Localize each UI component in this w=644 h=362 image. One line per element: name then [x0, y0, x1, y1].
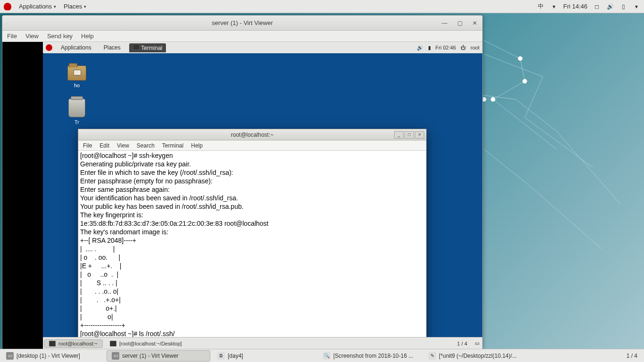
ime-indicator[interactable]: 中 [537, 3, 545, 10]
virt-title: server (1) - Virt Viewer [212, 19, 273, 26]
terminal-close-button[interactable]: × [415, 131, 424, 139]
svg-point-0 [518, 56, 523, 61]
host-task-server-vm[interactable]: ▭ server (1) - Virt Viewer [107, 350, 210, 362]
host-task-desktop-vm[interactable]: ▭ [desktop (1) - Virt Viewer] [1, 350, 105, 362]
terminal-output: [root@localhost ~]# ssh-keygen Generatin… [80, 152, 269, 349]
terminal-maximize-button[interactable]: □ [405, 131, 414, 139]
guest-trash-icon[interactable]: Tr [64, 99, 90, 125]
guest-topbar: Applications Places Terminal 🔊 ▮ Fri 02:… [43, 42, 482, 53]
guest-task-terminal-1[interactable]: root@localhost:~ [44, 339, 103, 348]
redhat-icon [4, 3, 11, 10]
terminal-title: root@localhost:~ [231, 132, 274, 138]
host-task-gedit[interactable]: ✎ [*unit9 (~/Desktop/zzl(10.14)/... [423, 350, 527, 362]
guest-home-folder-icon[interactable]: ho [64, 66, 90, 88]
virt-menu-view[interactable]: View [25, 33, 39, 40]
host-taskbar: ▭ [desktop (1) - Virt Viewer] ▭ server (… [0, 349, 644, 362]
host-menu-places[interactable]: Places [64, 3, 86, 10]
guest-redhat-icon [46, 44, 52, 51]
volume-icon[interactable]: 🔊 [606, 3, 614, 10]
terminal-menu-edit[interactable]: Edit [99, 142, 109, 149]
guest-home-label: ho [64, 82, 90, 88]
guest-battery-icon[interactable]: ▮ [428, 45, 431, 51]
virt-maximize-button[interactable]: ▢ [456, 19, 463, 27]
terminal-menubar: File Edit View Search Terminal Help [78, 140, 426, 151]
battery-icon[interactable]: ▯ [619, 3, 627, 10]
host-task-label-0: [desktop (1) - Virt Viewer] [17, 353, 80, 359]
svg-point-1 [522, 79, 527, 84]
virt-viewer-window: server (1) - Virt Viewer — ▢ ✕ File View… [2, 15, 483, 350]
host-task-label-3: [Screenshot from 2018-10-16 ... [333, 353, 413, 359]
virt-menu-help[interactable]: Help [81, 33, 94, 40]
screen-icon[interactable]: ◻ [593, 3, 601, 10]
ime-chevron-icon[interactable]: ▾ [550, 3, 558, 10]
guest-menu-places[interactable]: Places [100, 43, 124, 52]
host-task-label-4: [*unit9 (~/Desktop/zzl(10.14)/... [439, 353, 517, 359]
host-topbar: Applications Places 中 ▾ Fri 14:46 ◻ 🔊 ▯ … [0, 0, 644, 13]
terminal-body[interactable]: [root@localhost ~]# ssh-keygen Generatin… [78, 151, 426, 349]
host-task-screenshot[interactable]: 🔍 [Screenshot from 2018-10-16 ... [318, 350, 421, 362]
virt-menu-sendkey[interactable]: Send key [47, 33, 73, 40]
guest-power-icon[interactable]: ⏻ [461, 45, 466, 50]
terminal-window: root@localhost:~ _ □ × File Edit View Se… [78, 129, 427, 349]
virt-close-button[interactable]: ✕ [471, 19, 479, 27]
host-clock[interactable]: Fri 14:46 [563, 3, 587, 10]
host-menu-applications[interactable]: Applications [19, 3, 56, 10]
terminal-icon [110, 341, 116, 346]
power-chevron-icon[interactable]: ▾ [633, 3, 640, 10]
guest-active-app-label: Terminal [141, 45, 162, 51]
virt-menubar: File View Send key Help [2, 31, 482, 42]
virt-minimize-button[interactable]: — [441, 19, 448, 27]
terminal-menu-help[interactable]: Help [191, 142, 203, 149]
guest-task-terminal-2[interactable]: [root@localhost:~/Desktop] [105, 339, 187, 348]
host-task-label-1: server (1) - Virt Viewer [122, 353, 179, 359]
guest-menu-applications[interactable]: Applications [57, 43, 95, 52]
monitor-icon: ▭ [112, 352, 119, 360]
terminal-menu-terminal[interactable]: Terminal [162, 142, 183, 149]
guest-workspace-indicator[interactable]: 1 / 4 [453, 341, 472, 346]
terminal-menu-file[interactable]: File [83, 142, 92, 149]
editor-icon: ✎ [429, 352, 436, 360]
image-icon: 🔍 [323, 352, 330, 360]
terminal-menu-view[interactable]: View [117, 142, 129, 149]
virt-menu-file[interactable]: File [7, 33, 17, 40]
svg-point-2 [491, 97, 495, 102]
guest-task-label-0: root@localhost:~ [58, 341, 98, 346]
host-task-label-2: [day4] [228, 353, 243, 359]
vm-screen[interactable]: Applications Places Terminal 🔊 ▮ Fri 02:… [2, 42, 482, 349]
host-workspace-indicator[interactable]: 1 / 4 [620, 353, 644, 359]
guest-task-label-1: [root@localhost:~/Desktop] [119, 341, 182, 346]
terminal-menu-search[interactable]: Search [137, 142, 155, 149]
guest-trash-label: Tr [64, 119, 90, 125]
terminal-icon [133, 44, 140, 50]
guest-taskbar: root@localhost:~ [root@localhost:~/Deskt… [43, 337, 482, 349]
guest-show-desktop-icon[interactable]: ▭ [472, 340, 482, 346]
guest-volume-icon[interactable]: 🔊 [417, 45, 423, 51]
virt-titlebar[interactable]: server (1) - Virt Viewer — ▢ ✕ [2, 16, 482, 31]
host-task-day4[interactable]: 🗎 [day4] [212, 350, 316, 362]
guest-clock[interactable]: Fri 02:46 [436, 45, 456, 50]
guest-user-label[interactable]: root [471, 45, 479, 50]
terminal-titlebar[interactable]: root@localhost:~ _ □ × [78, 129, 426, 140]
terminal-icon [49, 341, 56, 346]
document-icon: 🗎 [217, 352, 225, 360]
guest-active-app-tab[interactable]: Terminal [129, 43, 166, 52]
monitor-icon: ▭ [6, 352, 14, 360]
terminal-minimize-button[interactable]: _ [394, 131, 404, 139]
